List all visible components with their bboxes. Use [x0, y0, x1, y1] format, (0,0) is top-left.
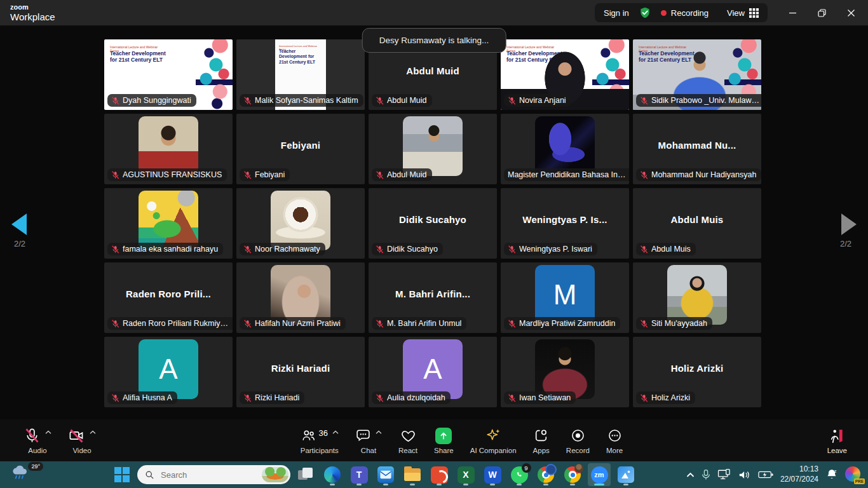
taskbar-app-file-explorer[interactable]: [401, 463, 424, 486]
participant-gallery-grid: International Lecture and Webinar Series…: [104, 39, 761, 407]
participants-options-chevron-icon[interactable]: [332, 430, 339, 435]
participant-tile[interactable]: Weningtyas P. Is...Weningtyas P. Iswari: [501, 188, 629, 259]
recording-dot-icon: [661, 10, 667, 16]
clock-widget[interactable]: 10:13 22/07/2024: [780, 464, 818, 484]
participant-display-name: Weningtyas P. Is...: [501, 214, 629, 225]
mail-icon: [377, 466, 394, 483]
search-input[interactable]: [159, 470, 245, 480]
view-button[interactable]: View: [727, 8, 759, 18]
share-button[interactable]: Share: [426, 419, 462, 461]
participant-tile[interactable]: AAlifia Husna A: [104, 337, 233, 407]
participant-tile[interactable]: Raden Roro Prili...Raden Roro Priliani R…: [104, 262, 233, 333]
meeting-stage: Desy Rusmawaty is talking... Internation…: [0, 25, 868, 419]
participant-tile[interactable]: International Lecture and Webinar Series…: [236, 39, 365, 110]
taskbar-search-box[interactable]: [137, 465, 290, 484]
participant-tile[interactable]: Mohammad Nu...Mohammad Nur Hadiyansyah: [633, 114, 761, 184]
participant-tile[interactable]: AGUSTINUS FRANSISKUS: [104, 114, 233, 184]
chat-button[interactable]: Chat: [347, 419, 390, 461]
taskbar-app-chrome-2[interactable]: [561, 463, 584, 486]
tray-chevron-up-icon[interactable]: [686, 472, 695, 478]
audio-button[interactable]: Audio: [15, 419, 60, 461]
task-view-button[interactable]: [294, 463, 317, 486]
minimize-button[interactable]: [778, 0, 807, 25]
taskbar-app-word[interactable]: W: [481, 463, 504, 486]
react-button[interactable]: React: [390, 419, 426, 461]
record-button[interactable]: Record: [558, 419, 598, 461]
leave-button[interactable]: Leave: [819, 419, 855, 461]
letter-avatar: M: [535, 265, 595, 325]
participant-tile[interactable]: Abdul MuisAbdul Muis: [633, 188, 761, 259]
muted-mic-icon: [508, 97, 516, 105]
start-button[interactable]: [111, 463, 133, 486]
participant-name-text: Malik Sofyan-Sanimas Kaltim: [255, 96, 358, 105]
more-button[interactable]: More: [598, 419, 631, 461]
photos-icon: [618, 466, 634, 483]
muted-mic-icon: [376, 394, 384, 402]
taskbar-app-mail[interactable]: [374, 463, 397, 486]
participant-tile[interactable]: International Lecture and Webinar Series…: [501, 39, 629, 110]
participant-tile[interactable]: MMardliya Pratiwi Zamruddin: [501, 262, 629, 333]
taskbar-app-edge[interactable]: [321, 463, 344, 486]
participant-tile[interactable]: Siti Mu'ayyadah: [633, 262, 761, 333]
participant-tile[interactable]: Rizki HariadiRizki Hariadi: [236, 337, 365, 407]
tray-time: 10:13: [780, 464, 818, 475]
video-button[interactable]: Video: [60, 419, 104, 461]
taskbar-app-excel[interactable]: X: [454, 463, 477, 486]
participants-button[interactable]: 36 Participants: [292, 419, 347, 461]
participant-tile[interactable]: Hafifah Nur Azmi Pratiwi: [236, 262, 365, 333]
page-indicator-left: 2/2: [14, 239, 25, 248]
close-button[interactable]: [836, 0, 865, 25]
participant-tile[interactable]: Magister Pendidikan Bahasa Ing...: [501, 114, 629, 184]
weather-widget[interactable]: 29°: [10, 463, 41, 486]
video-options-chevron-icon[interactable]: [90, 430, 96, 435]
participant-name-label: famala eka sanhadi rahayu: [107, 243, 223, 255]
participant-name-text: Siti Mu'ayyadah: [651, 319, 707, 328]
copilot-icon[interactable]: PRE: [845, 466, 862, 483]
apps-icon: [533, 428, 549, 444]
tray-battery-icon[interactable]: [758, 470, 773, 479]
profile-photo-avatar: [271, 191, 330, 250]
apps-button[interactable]: Apps: [525, 419, 558, 461]
previous-page-arrow[interactable]: [11, 214, 27, 235]
tray-speaker-icon[interactable]: [738, 470, 751, 480]
participant-tile[interactable]: AAulia dzulqoidah: [369, 337, 497, 407]
participant-tile[interactable]: Didik SucahyoDidik Sucahyo: [369, 188, 497, 259]
whatsapp-unread-badge: 9: [522, 463, 531, 473]
participant-tile[interactable]: International Lecture and Webinar Series…: [633, 39, 761, 110]
search-highlight-image[interactable]: [262, 467, 288, 482]
tray-cast-display-icon[interactable]: [717, 469, 731, 480]
participant-tile[interactable]: Iwan Setiawan: [501, 337, 629, 407]
taskbar-app-whatsapp[interactable]: 9: [508, 463, 531, 486]
restore-button[interactable]: [807, 0, 836, 25]
taskbar-app-teams[interactable]: T: [348, 463, 370, 486]
recording-indicator[interactable]: Recording: [661, 8, 709, 18]
chat-options-chevron-icon[interactable]: [376, 430, 382, 435]
participant-tile[interactable]: Noor Rachmawaty: [236, 188, 365, 259]
taskbar-app-pdf[interactable]: [428, 463, 451, 486]
ai-companion-button[interactable]: AI Companion: [462, 419, 525, 461]
participant-tile[interactable]: famala eka sanhadi rahayu: [104, 188, 233, 259]
participant-name-text: M. Bahri Arifin Unmul: [387, 319, 461, 328]
taskbar-app-chrome-1[interactable]: [534, 463, 557, 486]
audio-options-chevron-icon[interactable]: [45, 430, 51, 435]
zoom-app-icon: zm: [591, 466, 608, 484]
muted-mic-icon: [111, 394, 119, 402]
next-page-arrow[interactable]: [841, 214, 857, 235]
taskbar-app-zoom[interactable]: zm: [588, 463, 611, 486]
participant-tile[interactable]: International Lecture and Webinar Series…: [104, 39, 233, 110]
participant-name-text: Weningtyas P. Iswari: [519, 245, 592, 254]
participant-name-label: Noor Rachmawaty: [240, 243, 325, 255]
participant-tile[interactable]: Abdul Muid: [369, 114, 497, 184]
participant-tile[interactable]: M. Bahri Arifin...M. Bahri Arifin Unmul: [369, 262, 497, 333]
zoom-workplace-logo: zoom Workplace: [10, 4, 55, 22]
participant-tile[interactable]: FebiyaniFebiyani: [236, 114, 365, 184]
sign-in-button[interactable]: Sign in: [604, 8, 629, 18]
participant-name-text: Dyah Sunggingwati: [123, 96, 191, 105]
participant-tile[interactable]: Holiz ArizkiHoliz Arizki: [633, 337, 761, 407]
notification-bell-icon[interactable]: z: [825, 468, 838, 481]
security-shield-icon[interactable]: [639, 6, 651, 19]
muted-mic-icon: [111, 320, 119, 328]
tray-microphone-icon[interactable]: [702, 469, 710, 480]
participants-count: 36: [319, 428, 328, 438]
taskbar-app-photos[interactable]: [614, 463, 637, 486]
